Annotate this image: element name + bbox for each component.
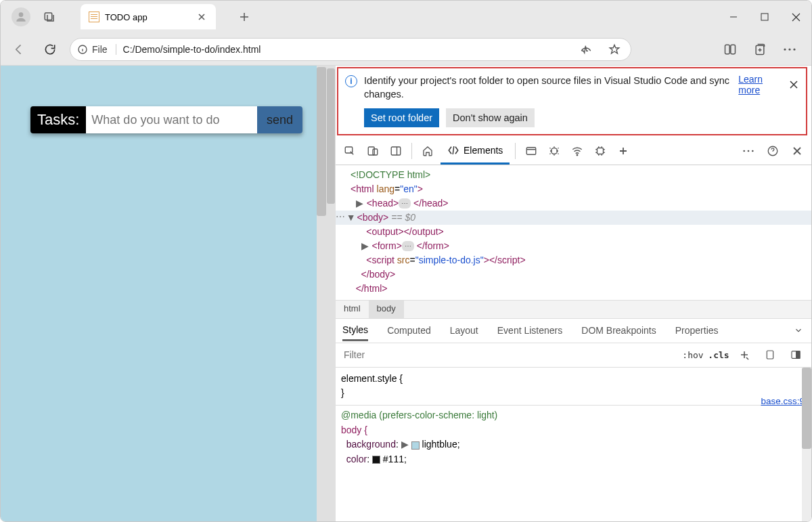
subtab-computed[interactable]: Computed	[387, 321, 431, 340]
source-link[interactable]: base.css:9	[761, 395, 805, 409]
svg-rect-24	[796, 351, 800, 359]
styles-body[interactable]: element.style { } @media (prefers-color-…	[336, 368, 811, 471]
site-info-icon[interactable]	[77, 44, 88, 55]
network-conditions-icon[interactable]	[567, 141, 587, 161]
split-screen-icon[interactable]	[721, 40, 740, 59]
styles-filter-input[interactable]	[338, 349, 680, 360]
svg-rect-2	[761, 14, 768, 20]
devtools-tabbar: Elements	[336, 138, 811, 165]
task-input[interactable]	[86, 106, 257, 133]
window-maximize-button[interactable]	[749, 1, 780, 33]
dock-side-icon[interactable]	[386, 141, 406, 161]
svg-point-19	[748, 150, 750, 152]
settings-more-icon[interactable]	[780, 40, 799, 59]
application-tab-icon[interactable]	[521, 141, 541, 161]
styles-toolbar: :hov .cls	[336, 343, 811, 368]
dom-tree[interactable]: ⋯ <!DOCTYPE html> <html lang="en"> ▶ <he…	[336, 165, 811, 300]
svg-rect-1	[45, 13, 52, 20]
styles-tabbar: Styles Computed Layout Event Listeners D…	[336, 319, 811, 343]
device-toolbar-icon[interactable]	[757, 343, 783, 367]
subtab-layout[interactable]: Layout	[450, 321, 478, 340]
crumb-body[interactable]: body	[369, 301, 404, 318]
toggle-sidebar-icon[interactable]	[783, 343, 809, 367]
svg-point-20	[752, 150, 754, 152]
inspect-element-icon[interactable]	[340, 141, 360, 161]
nav-back-button[interactable]	[7, 38, 30, 61]
svg-rect-13	[391, 147, 401, 155]
infobar-text: Identify your project's root folder to o…	[364, 74, 731, 102]
url-scheme: File	[92, 44, 108, 55]
svg-point-0	[19, 12, 24, 17]
chevron-down-icon[interactable]	[794, 326, 803, 335]
subtab-dom-breakpoints[interactable]: DOM Breakpoints	[581, 321, 656, 340]
page-viewport: Tasks: send	[1, 66, 326, 521]
memory-icon[interactable]	[590, 141, 610, 161]
subtab-properties[interactable]: Properties	[675, 321, 719, 340]
nav-refresh-button[interactable]	[39, 38, 62, 61]
svg-rect-17	[597, 148, 604, 154]
profile-icon[interactable]	[12, 7, 30, 26]
window-close-button[interactable]	[780, 1, 811, 33]
svg-rect-14	[527, 148, 537, 155]
root-folder-infobar: i Identify your project's root folder to…	[337, 67, 807, 135]
dont-show-again-button[interactable]: Don't show again	[446, 108, 535, 127]
set-root-folder-button[interactable]: Set root folder	[364, 108, 439, 127]
dom-gutter-icon[interactable]: ⋯	[336, 210, 345, 224]
svg-point-18	[743, 150, 745, 152]
issues-icon[interactable]	[544, 141, 564, 161]
tab-elements[interactable]: Elements	[441, 137, 510, 165]
page-scrollbar[interactable]	[317, 66, 326, 521]
crumb-html[interactable]: html	[336, 301, 369, 318]
window-titlebar: TODO app	[1, 1, 811, 33]
cls-toggle[interactable]: .cls	[706, 343, 731, 367]
hov-toggle[interactable]: :hov	[680, 343, 706, 367]
favorite-icon[interactable]	[605, 40, 624, 59]
devtools-more-icon[interactable]	[738, 141, 759, 161]
svg-rect-4	[725, 45, 730, 53]
svg-point-9	[793, 48, 795, 50]
subtab-event-listeners[interactable]: Event Listeners	[497, 321, 563, 340]
task-form: Tasks: send	[30, 106, 302, 133]
new-style-rule-icon[interactable]	[731, 343, 757, 367]
address-bar[interactable]: File C:/Demo/simple-to-do/index.html	[70, 38, 631, 61]
device-emulation-icon[interactable]	[363, 141, 383, 161]
infobar-close-button[interactable]	[788, 79, 799, 91]
svg-rect-11	[368, 147, 374, 155]
url-path: C:/Demo/simple-to-do/index.html	[123, 44, 570, 55]
window-minimize-button[interactable]	[718, 1, 749, 33]
svg-rect-22	[767, 351, 773, 359]
svg-point-16	[577, 154, 579, 156]
read-aloud-icon[interactable]	[577, 40, 595, 59]
learn-more-link[interactable]: Learn more	[738, 74, 782, 95]
tab-elements-label: Elements	[464, 145, 503, 156]
styles-scrollbar[interactable]	[802, 368, 811, 521]
browser-tab[interactable]: TODO app	[81, 4, 216, 30]
tab-title: TODO app	[105, 12, 148, 22]
dom-breadcrumb[interactable]: html body	[336, 300, 811, 319]
svg-rect-12	[373, 149, 378, 155]
new-tab-button[interactable]	[233, 6, 255, 28]
collections-icon[interactable]	[750, 40, 769, 59]
svg-rect-5	[731, 45, 736, 53]
welcome-tab-icon[interactable]	[418, 141, 438, 161]
svg-point-8	[788, 48, 790, 50]
page-favicon	[89, 12, 99, 22]
more-tabs-icon[interactable]	[613, 141, 633, 161]
svg-point-7	[784, 48, 786, 50]
browser-toolbar: File C:/Demo/simple-to-do/index.html	[1, 33, 811, 66]
tasks-label: Tasks:	[30, 106, 86, 133]
devtools-close-icon[interactable]	[787, 141, 807, 161]
help-icon[interactable]	[763, 141, 783, 161]
tab-actions-icon[interactable]	[40, 7, 59, 26]
devtools-pane: i Identify your project's root folder to…	[336, 66, 811, 521]
info-icon: i	[345, 75, 357, 87]
pane-splitter[interactable]	[326, 66, 336, 521]
send-button[interactable]: send	[257, 106, 302, 133]
tab-close-button[interactable]	[196, 11, 208, 23]
subtab-styles[interactable]: Styles	[342, 320, 368, 341]
